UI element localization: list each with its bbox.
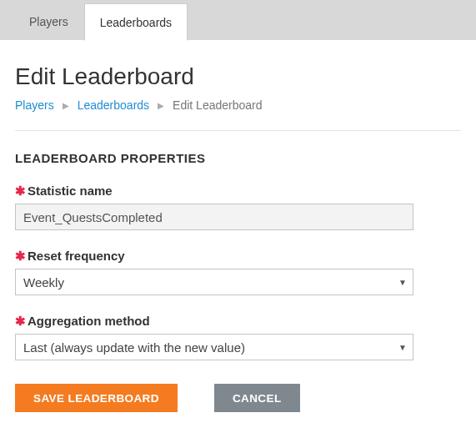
content-area: Edit Leaderboard Players ▶ Leaderboards … xyxy=(0,40,476,434)
field-label: ✱Reset frequency xyxy=(15,249,461,264)
button-row: SAVE LEADERBOARD CANCEL xyxy=(15,384,461,412)
reset-frequency-select[interactable]: Weekly xyxy=(15,269,413,295)
aggregation-method-select[interactable]: Last (always update with the new value) xyxy=(15,334,413,360)
cancel-button[interactable]: CANCEL xyxy=(214,384,300,412)
tab-label: Leaderboards xyxy=(100,16,172,29)
tab-players[interactable]: Players xyxy=(13,3,84,40)
required-icon: ✱ xyxy=(15,184,26,198)
select-wrap: Weekly ▼ xyxy=(15,269,413,295)
required-icon: ✱ xyxy=(15,249,26,263)
field-aggregation-method: ✱Aggregation method Last (always update … xyxy=(15,314,461,360)
breadcrumb-link-players[interactable]: Players xyxy=(15,98,54,112)
button-label: SAVE LEADERBOARD xyxy=(33,392,159,405)
breadcrumb: Players ▶ Leaderboards ▶ Edit Leaderboar… xyxy=(15,98,461,112)
divider xyxy=(15,130,461,131)
tab-bar: Players Leaderboards xyxy=(0,0,476,40)
select-wrap: Last (always update with the new value) … xyxy=(15,334,413,360)
label-text: Aggregation method xyxy=(28,314,150,328)
save-button[interactable]: SAVE LEADERBOARD xyxy=(15,384,178,412)
chevron-right-icon: ▶ xyxy=(63,101,69,110)
statistic-name-input[interactable] xyxy=(15,204,413,230)
section-title: LEADERBOARD PROPERTIES xyxy=(15,151,461,165)
tab-leaderboards[interactable]: Leaderboards xyxy=(84,3,188,41)
page-title: Edit Leaderboard xyxy=(15,63,461,90)
breadcrumb-current: Edit Leaderboard xyxy=(173,98,262,112)
breadcrumb-link-leaderboards[interactable]: Leaderboards xyxy=(78,98,149,112)
field-statistic-name: ✱Statistic name xyxy=(15,184,461,230)
button-label: CANCEL xyxy=(233,392,282,405)
tab-label: Players xyxy=(29,15,68,28)
field-label: ✱Statistic name xyxy=(15,184,461,199)
label-text: Statistic name xyxy=(28,184,113,198)
label-text: Reset frequency xyxy=(28,249,125,263)
field-label: ✱Aggregation method xyxy=(15,314,461,329)
field-reset-frequency: ✱Reset frequency Weekly ▼ xyxy=(15,249,461,295)
required-icon: ✱ xyxy=(15,314,26,328)
chevron-right-icon: ▶ xyxy=(158,101,164,110)
